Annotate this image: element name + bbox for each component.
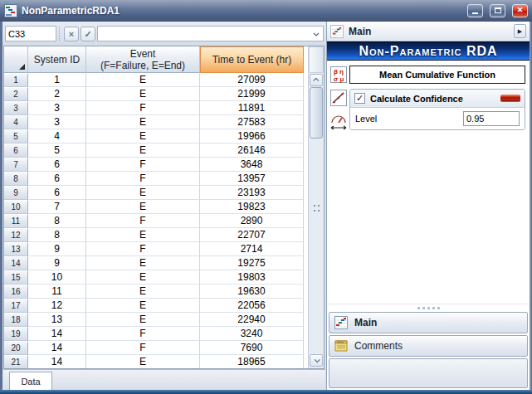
row-header[interactable]: 21	[4, 355, 28, 368]
formula-cancel-button[interactable]: ×	[64, 27, 79, 41]
panel-expand-button[interactable]: ▶	[514, 24, 526, 38]
cell-time[interactable]: 27583	[200, 115, 304, 129]
cell-reference-box[interactable]	[5, 26, 56, 41]
cell-system-id[interactable]: 5	[28, 143, 86, 158]
scrollbar-grip-dots[interactable]	[313, 204, 320, 212]
cell-time[interactable]: 22056	[200, 299, 304, 313]
cell-event[interactable]: F	[86, 242, 200, 256]
cell-time[interactable]: 18965	[200, 355, 304, 368]
cell-event[interactable]: E	[86, 285, 200, 299]
row-header[interactable]: 15	[4, 270, 28, 285]
cell-system-id[interactable]: 14	[28, 355, 86, 368]
maximize-button[interactable]	[490, 4, 505, 17]
cell-event[interactable]: F	[86, 101, 200, 115]
cell-time[interactable]: 22940	[200, 313, 304, 327]
cell-event[interactable]: E	[86, 299, 200, 313]
cell-system-id[interactable]: 9	[28, 256, 86, 270]
cell-event[interactable]: E	[86, 186, 200, 200]
cell-time[interactable]: 19966	[200, 129, 304, 143]
cell-time[interactable]: 13957	[200, 172, 304, 186]
vertical-scrollbar[interactable]	[308, 46, 324, 368]
nav-main-button[interactable]: Main	[329, 312, 528, 333]
cell-event[interactable]: E	[86, 270, 200, 285]
cell-event[interactable]: F	[86, 327, 200, 341]
row-header[interactable]: 17	[4, 299, 28, 313]
cell-event[interactable]: E	[86, 200, 200, 214]
panel-splitter[interactable]	[327, 304, 530, 311]
formula-field[interactable]	[97, 26, 324, 41]
row-header[interactable]: 18	[4, 313, 28, 327]
cell-event[interactable]: E	[86, 228, 200, 242]
cell-event[interactable]: E	[86, 313, 200, 327]
cell-event[interactable]: F	[86, 158, 200, 172]
row-header[interactable]: 16	[4, 285, 28, 299]
cell-event[interactable]: F	[86, 341, 200, 355]
close-button[interactable]: ✕	[512, 4, 528, 17]
row-header[interactable]: 19	[4, 327, 28, 341]
cell-system-id[interactable]: 2	[28, 87, 86, 101]
cell-time[interactable]: 19823	[200, 200, 304, 214]
column-header-event[interactable]: Event (F=Failure, E=End)	[86, 46, 200, 73]
row-header[interactable]: 14	[4, 256, 28, 270]
cell-system-id[interactable]: 12	[28, 299, 86, 313]
row-header[interactable]: 3	[4, 101, 28, 115]
formula-input[interactable]	[98, 27, 323, 41]
cell-system-id[interactable]: 14	[28, 341, 86, 355]
row-header[interactable]: 6	[4, 143, 28, 158]
cell-system-id[interactable]: 6	[28, 172, 86, 186]
confidence-level-gauge-icon[interactable]	[330, 113, 347, 131]
cell-system-id[interactable]: 9	[28, 242, 86, 256]
minimize-button[interactable]	[467, 4, 483, 17]
cell-system-id[interactable]: 3	[28, 115, 86, 129]
formula-dropdown-icon[interactable]	[311, 30, 321, 39]
scrollbar-thumb[interactable]	[310, 87, 323, 139]
row-header[interactable]: 9	[4, 186, 28, 200]
cell-time[interactable]: 26146	[200, 143, 304, 158]
select-all-corner[interactable]	[4, 46, 28, 73]
formula-enter-button[interactable]: ✓	[81, 27, 95, 41]
cell-time[interactable]: 3240	[200, 327, 304, 341]
cell-time[interactable]: 2890	[200, 214, 304, 228]
cell-time[interactable]: 23193	[200, 186, 304, 200]
scroll-down-button[interactable]	[310, 354, 323, 367]
probability-plot-icon[interactable]	[330, 90, 347, 106]
cell-time[interactable]: 19275	[200, 256, 304, 270]
row-header[interactable]: 8	[4, 172, 28, 186]
cell-system-id[interactable]: 8	[28, 214, 86, 228]
row-header[interactable]: 10	[4, 200, 28, 214]
row-header[interactable]: 7	[4, 158, 28, 172]
cell-event[interactable]: E	[86, 143, 200, 158]
cell-time[interactable]: 3648	[200, 158, 304, 172]
cell-event[interactable]: F	[86, 214, 200, 228]
row-header[interactable]: 4	[4, 115, 28, 129]
column-header-time[interactable]: Time to Event (hr)	[200, 46, 304, 73]
cell-time[interactable]: 22707	[200, 228, 304, 242]
cell-event[interactable]: F	[86, 172, 200, 186]
cell-event[interactable]: E	[86, 355, 200, 368]
cell-time[interactable]: 19630	[200, 285, 304, 299]
cell-system-id[interactable]: 8	[28, 228, 86, 242]
cell-event[interactable]: E	[86, 87, 200, 101]
confidence-level-input[interactable]	[463, 111, 520, 126]
cell-time[interactable]: 11891	[200, 101, 304, 115]
mean-cumulative-function-button[interactable]: Mean Cumulative Function	[349, 66, 525, 84]
scroll-up-button[interactable]	[310, 74, 323, 86]
tab-data[interactable]: Data	[9, 372, 52, 390]
row-header[interactable]: 11	[4, 214, 28, 228]
row-header[interactable]: 5	[4, 129, 28, 143]
cell-system-id[interactable]: 7	[28, 200, 86, 214]
row-header[interactable]: 1	[4, 73, 28, 87]
cell-event[interactable]: E	[86, 129, 200, 143]
cell-system-id[interactable]: 3	[28, 101, 86, 115]
cell-system-id[interactable]: 1	[28, 73, 86, 87]
cell-system-id[interactable]: 6	[28, 186, 86, 200]
cell-time[interactable]: 2714	[200, 242, 304, 256]
row-header[interactable]: 12	[4, 228, 28, 242]
nav-comments-button[interactable]: Comments	[329, 335, 528, 357]
row-header[interactable]: 13	[4, 242, 28, 256]
cell-time[interactable]: 27099	[200, 73, 304, 87]
cell-time[interactable]: 19803	[200, 270, 304, 285]
parameters-icon[interactable]: β η σ μ	[330, 66, 347, 83]
cell-system-id[interactable]: 4	[28, 129, 86, 143]
cell-event[interactable]: E	[86, 73, 200, 87]
